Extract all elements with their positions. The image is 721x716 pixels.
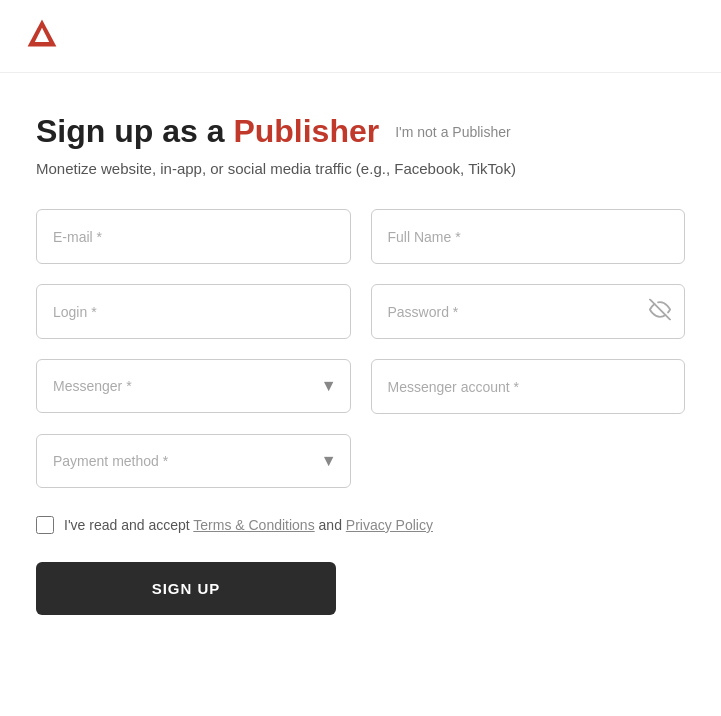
signup-form: Messenger * Telegram WhatsApp Skype ▼ Pa…: [36, 209, 685, 615]
terms-link[interactable]: Terms & Conditions: [193, 517, 314, 533]
terms-checkbox-row: I've read and accept Terms & Conditions …: [36, 516, 685, 534]
email-input[interactable]: [36, 209, 351, 264]
messenger-account-input[interactable]: [371, 359, 686, 414]
login-input[interactable]: [36, 284, 351, 339]
logo-icon: [24, 16, 60, 52]
messenger-account-field-wrapper: [371, 359, 686, 414]
privacy-link[interactable]: Privacy Policy: [346, 517, 433, 533]
title-row: Sign up as a Publisher I'm not a Publish…: [36, 113, 685, 150]
terms-checkbox[interactable]: [36, 516, 54, 534]
login-field-wrapper: [36, 284, 351, 339]
password-input[interactable]: [371, 284, 686, 339]
messenger-select-wrapper: Messenger * Telegram WhatsApp Skype ▼: [36, 359, 351, 413]
checkbox-and-text: and: [315, 517, 346, 533]
payment-select-wrapper: Payment method * PayPal Wire Transfer Cr…: [36, 434, 351, 488]
form-grid: Messenger * Telegram WhatsApp Skype ▼ Pa…: [36, 209, 685, 488]
not-publisher-link[interactable]: I'm not a Publisher: [395, 124, 511, 140]
password-wrapper: [371, 284, 686, 339]
checkbox-pre-text: I've read and accept: [64, 517, 193, 533]
title-prefix: Sign up as a: [36, 113, 233, 149]
page-subtitle: Monetize website, in-app, or social medi…: [36, 160, 685, 177]
payment-method-select[interactable]: Payment method * PayPal Wire Transfer Cr…: [36, 434, 351, 488]
email-field-wrapper: [36, 209, 351, 264]
messenger-select[interactable]: Messenger * Telegram WhatsApp Skype: [36, 359, 351, 413]
signup-button[interactable]: SIGN UP: [36, 562, 336, 615]
messenger-field-wrapper: Messenger * Telegram WhatsApp Skype ▼: [36, 359, 351, 414]
toggle-password-icon[interactable]: [649, 298, 671, 325]
fullname-input[interactable]: [371, 209, 686, 264]
header: [0, 0, 721, 73]
fullname-field-wrapper: [371, 209, 686, 264]
payment-method-field-wrapper: Payment method * PayPal Wire Transfer Cr…: [36, 434, 351, 488]
title-publisher: Publisher: [233, 113, 379, 149]
terms-label[interactable]: I've read and accept Terms & Conditions …: [64, 517, 433, 533]
password-field-wrapper: [371, 284, 686, 339]
page-title: Sign up as a Publisher: [36, 113, 379, 150]
main-content: Sign up as a Publisher I'm not a Publish…: [0, 73, 721, 655]
